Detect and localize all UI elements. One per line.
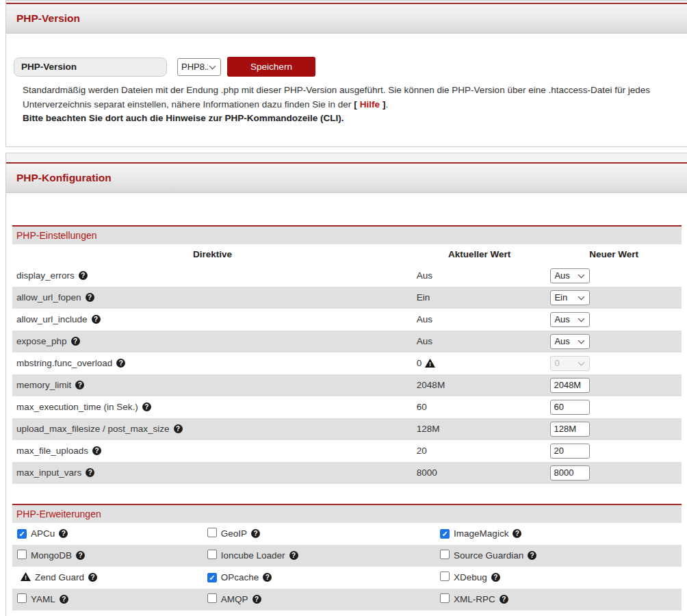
description-body: Standardmäßig werden Dateien mit der End… <box>23 85 650 110</box>
new-value-input[interactable] <box>550 378 590 393</box>
extension-item: ✓ OPcache ? <box>203 572 435 582</box>
control-cell <box>546 422 682 437</box>
help-icon[interactable]: ? <box>251 529 260 538</box>
current-value: 128M <box>417 424 440 434</box>
control-cell <box>546 444 682 459</box>
extension-item: ✓ APCu ? <box>12 528 203 539</box>
extension-checkbox[interactable]: ✓ <box>17 529 27 539</box>
help-icon[interactable]: ? <box>142 402 151 411</box>
new-value-select[interactable]: Ein <box>550 290 590 305</box>
control-cell <box>546 465 682 480</box>
directive-label: allow_url_include <box>16 314 88 324</box>
new-value-select[interactable]: Aus <box>550 334 590 349</box>
settings-row: expose_php ? Aus Aus <box>12 331 682 352</box>
panel-content: PHP-Version PHP8.2 Speichern Standardmäß… <box>6 34 687 146</box>
extension-label: OPcache <box>221 572 259 582</box>
panel-title: PHP-Version <box>16 12 80 25</box>
directive-label: mbstring.func_overload <box>16 358 112 368</box>
panel-header: PHP-Version <box>6 4 687 34</box>
extension-item: XDebug ? <box>435 572 682 583</box>
directive-label: max_input_vars <box>16 467 81 478</box>
help-icon[interactable]: ? <box>263 573 272 582</box>
settings-row: display_errors ? Aus Aus <box>12 265 682 287</box>
extension-checkbox[interactable] <box>207 528 217 537</box>
control-cell: Aus <box>546 334 682 349</box>
help-icon[interactable]: ? <box>76 551 85 560</box>
column-header-aktueller-wert: Aktueller Wert <box>413 249 547 259</box>
new-value-select-wrap: Aus <box>550 334 590 349</box>
extension-state-slot <box>17 593 27 605</box>
help-icon[interactable]: ? <box>88 573 97 582</box>
extension-checkbox[interactable]: ✓ <box>207 573 217 582</box>
help-icon[interactable]: ? <box>92 446 101 455</box>
extension-checkbox[interactable] <box>207 593 217 603</box>
control-cell: Ein <box>546 290 682 305</box>
extension-checkbox[interactable] <box>440 593 450 603</box>
help-icon[interactable]: ? <box>289 551 298 560</box>
extension-label: MongoDB <box>31 550 72 561</box>
extension-label: GeoIP <box>221 528 247 539</box>
extension-label: YAML <box>31 594 55 604</box>
extension-checkbox[interactable] <box>17 550 27 559</box>
new-value-select-wrap: Aus <box>550 312 590 327</box>
help-icon[interactable]: ? <box>86 468 94 477</box>
help-icon[interactable]: ? <box>116 359 125 368</box>
help-icon[interactable]: ? <box>60 595 68 604</box>
help-icon[interactable]: ? <box>174 424 183 433</box>
extension-state-slot <box>207 550 217 561</box>
extension-label: Ioncube Loader <box>221 550 285 561</box>
new-value-select[interactable]: Aus <box>550 312 590 327</box>
help-icon[interactable]: ? <box>500 595 508 604</box>
help-icon[interactable]: ? <box>59 529 68 538</box>
settings-section-header: PHP-Einstellungen <box>12 225 682 244</box>
new-value-input[interactable] <box>550 422 590 437</box>
extensions-row: ! Zend Guard ? ✓ OPcache ? XDebug ? <box>12 567 682 589</box>
current-value: 20 <box>417 446 427 456</box>
control-cell: Aus <box>546 268 682 283</box>
help-icon[interactable]: ? <box>252 595 261 604</box>
php-version-select[interactable]: PHP8.2 <box>177 58 221 76</box>
cli-note: Bitte beachten Sie dort auch die Hinweis… <box>23 112 677 126</box>
help-icon[interactable]: ? <box>513 529 521 538</box>
extension-label: AMQP <box>221 594 248 604</box>
control-cell: 0 <box>546 356 682 371</box>
php-settings-rows: display_errors ? Aus Aus allow_url_fopen… <box>12 265 682 484</box>
new-value-select[interactable]: Aus <box>550 268 590 283</box>
current-value: Aus <box>417 336 432 346</box>
help-icon[interactable]: ? <box>79 271 88 280</box>
extension-state-slot <box>17 550 27 561</box>
php-version-select-wrap: PHP8.2 <box>167 58 221 76</box>
help-icon[interactable]: ? <box>92 315 101 324</box>
extension-checkbox[interactable] <box>440 550 450 559</box>
extension-label: XDebug <box>454 572 487 582</box>
column-header-neuer-wert: Neuer Wert <box>546 249 682 259</box>
extension-checkbox[interactable] <box>17 593 27 603</box>
extension-item: YAML ? <box>12 593 203 605</box>
description-period: . <box>386 99 389 110</box>
help-icon[interactable]: ? <box>491 573 500 582</box>
help-icon[interactable]: ? <box>75 381 84 389</box>
extension-label: Zend Guard <box>35 572 84 582</box>
extension-checkbox[interactable]: ✓ <box>440 529 450 539</box>
help-icon[interactable]: ? <box>528 551 536 560</box>
extension-item: XML-RPC ? <box>435 593 682 605</box>
warning-icon: ! <box>21 572 31 581</box>
extension-state-slot <box>207 528 217 539</box>
new-value-input[interactable] <box>550 444 590 459</box>
extension-checkbox[interactable] <box>207 550 217 559</box>
extension-item: GeoIP ? <box>203 528 435 539</box>
new-value-select-wrap: Aus <box>550 268 590 283</box>
settings-row: mbstring.func_overload ? 0 ! 0 <box>12 352 682 374</box>
help-icon[interactable]: ? <box>71 337 80 346</box>
hilfe-link[interactable]: Hilfe <box>357 99 383 110</box>
save-button[interactable]: Speichern <box>227 57 315 77</box>
new-value-input[interactable] <box>550 400 590 415</box>
directive-label: display_errors <box>16 270 75 281</box>
svg-text:!: ! <box>429 361 431 368</box>
extension-state-slot <box>207 593 217 605</box>
help-icon[interactable]: ? <box>86 293 94 302</box>
extension-checkbox[interactable] <box>440 572 450 581</box>
php-version-form-row: PHP-Version PHP8.2 Speichern <box>14 57 681 77</box>
new-value-input[interactable] <box>550 465 590 480</box>
settings-column-header-row: Direktive Aktueller Wert Neuer Wert <box>12 244 682 265</box>
